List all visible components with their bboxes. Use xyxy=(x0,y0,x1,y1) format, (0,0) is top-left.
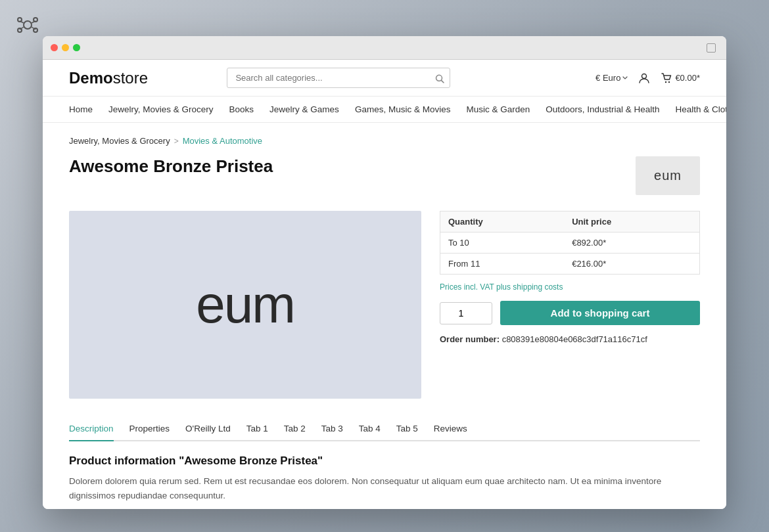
traffic-light-yellow[interactable] xyxy=(62,44,69,51)
search-input[interactable] xyxy=(227,68,450,88)
app-icon xyxy=(14,12,41,38)
price-cell: €892.00* xyxy=(564,233,699,254)
tab-reviews[interactable]: Reviews xyxy=(434,417,467,441)
nav-outdoors-industrial-health[interactable]: Outdoors, Industrial & Health xyxy=(546,97,659,122)
svg-point-0 xyxy=(24,21,32,29)
product-title: Awesome Bronze Pristea xyxy=(69,156,273,177)
tab-tab-2[interactable]: Tab 2 xyxy=(284,417,306,441)
cart-icon xyxy=(661,72,672,84)
product-right-panel: Quantity Unit price To 10€892.00*From 11… xyxy=(440,211,700,399)
nav-health-clothing[interactable]: Health & Clothing xyxy=(676,97,726,122)
traffic-light-red[interactable] xyxy=(51,44,58,51)
tab-properties[interactable]: Properties xyxy=(129,417,170,441)
product-image: eum xyxy=(69,211,421,399)
product-body: eum Quantity Unit price xyxy=(69,211,700,399)
product-tabs: DescriptionPropertiesO'Reilly LtdTab 1Ta… xyxy=(69,417,700,441)
breadcrumb-parent[interactable]: Jewelry, Movies & Grocery xyxy=(69,136,170,146)
cart-amount: €0.00* xyxy=(675,73,700,83)
breadcrumb-current[interactable]: Movies & Automotive xyxy=(183,136,262,146)
svg-point-11 xyxy=(642,74,647,78)
nav-music-garden[interactable]: Music & Garden xyxy=(466,97,530,122)
nav-books[interactable]: Books xyxy=(229,97,254,122)
quantity-add-row: Add to shopping cart xyxy=(440,301,700,325)
tab-tab-4[interactable]: Tab 4 xyxy=(359,417,381,441)
product-title-row: Awesome Bronze Pristea eum xyxy=(69,156,700,195)
store-header: Demostore € Euro xyxy=(43,60,726,97)
browser-controls xyxy=(88,43,718,53)
currency-selector[interactable]: € Euro xyxy=(595,73,628,83)
price-table-price-header: Unit price xyxy=(564,211,699,233)
order-number-label: Order number: xyxy=(440,334,500,344)
svg-point-12 xyxy=(665,81,666,82)
price-table: Quantity Unit price To 10€892.00*From 11… xyxy=(440,211,700,275)
table-row: From 11€216.00* xyxy=(440,254,700,275)
logo-normal: store xyxy=(113,69,148,87)
quantity-cell: From 11 xyxy=(440,254,565,275)
add-to-cart-button[interactable]: Add to shopping cart xyxy=(500,301,700,325)
page-content: Demostore € Euro xyxy=(43,60,726,509)
table-row: To 10€892.00* xyxy=(440,233,700,254)
chevron-down-icon xyxy=(622,76,628,79)
quantity-cell: To 10 xyxy=(440,233,565,254)
nav-bar: Home Jewelry, Movies & Grocery Books Jew… xyxy=(43,97,726,123)
nav-jewelry-games[interactable]: Jewelry & Games xyxy=(269,97,339,122)
tab-o-reilly-ltd[interactable]: O'Reilly Ltd xyxy=(185,417,231,441)
traffic-light-green[interactable] xyxy=(73,44,80,51)
product-info-section: Product information "Awesome Bronze Pris… xyxy=(69,454,700,502)
traffic-lights xyxy=(51,44,80,51)
tab-description[interactable]: Description xyxy=(69,417,114,441)
search-icon xyxy=(435,72,444,83)
tab-tab-3[interactable]: Tab 3 xyxy=(321,417,343,441)
order-number-value: c808391e80804e068c3df71a116c71cf xyxy=(502,334,647,344)
nav-home[interactable]: Home xyxy=(69,97,93,122)
account-button[interactable] xyxy=(638,72,650,84)
currency-label: € Euro xyxy=(595,73,620,83)
brand-logo: eum xyxy=(636,156,700,195)
price-table-quantity-header: Quantity xyxy=(440,211,565,233)
breadcrumb: Jewelry, Movies & Grocery > Movies & Aut… xyxy=(69,136,700,146)
nav-jewelry-movies-grocery[interactable]: Jewelry, Movies & Grocery xyxy=(108,97,214,122)
browser-window: Demostore € Euro xyxy=(43,36,726,509)
browser-maximize-icon[interactable] xyxy=(707,43,716,53)
order-number: Order number: c808391e80804e068c3df71a11… xyxy=(440,334,700,344)
header-right: € Euro xyxy=(595,72,700,84)
product-image-text: eum xyxy=(196,275,294,335)
tab-tab-1[interactable]: Tab 1 xyxy=(246,417,268,441)
browser-chrome xyxy=(43,36,726,60)
price-cell: €216.00* xyxy=(564,254,699,275)
breadcrumb-separator: > xyxy=(174,137,179,146)
store-logo: Demostore xyxy=(69,69,148,87)
account-icon xyxy=(638,72,650,84)
tab-tab-5[interactable]: Tab 5 xyxy=(396,417,418,441)
vat-note: Prices incl. VAT plus shipping costs xyxy=(440,282,700,292)
svg-point-13 xyxy=(668,81,670,82)
desktop: Demostore € Euro xyxy=(0,0,769,532)
logo-bold: Demo xyxy=(69,69,113,87)
cart-button[interactable]: €0.00* xyxy=(661,72,700,84)
main-content: Jewelry, Movies & Grocery > Movies & Aut… xyxy=(43,123,726,509)
product-info-title: Product information "Awesome Bronze Pris… xyxy=(69,454,700,468)
nav-games-music-movies[interactable]: Games, Music & Movies xyxy=(355,97,451,122)
quantity-input[interactable] xyxy=(440,302,492,324)
product-description: Dolorem dolorem quia rerum sed. Rem ut e… xyxy=(69,474,700,502)
svg-line-10 xyxy=(442,80,444,83)
search-bar xyxy=(227,68,450,88)
